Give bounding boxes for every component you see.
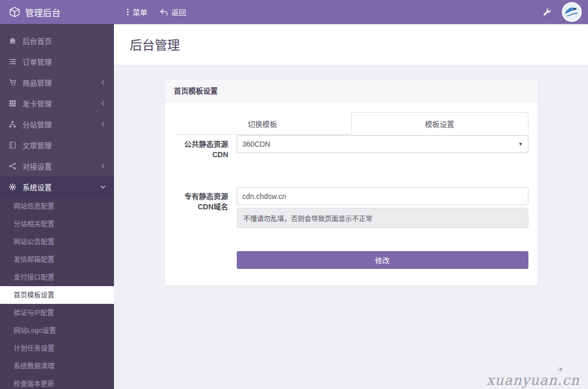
submenu-item-verify-ip[interactable]: 验证与IP配置 xyxy=(0,304,114,322)
sidebar-item-orders[interactable]: 订单管理 xyxy=(0,51,114,72)
private-cdn-controls: 不懂请勿乱填，否则会导致页面显示不正常 xyxy=(237,187,528,228)
sidebar-item-integrations[interactable]: 对接设置 xyxy=(0,156,114,176)
page-title: 后台管理 xyxy=(130,35,572,53)
topnav: 菜单 返回 xyxy=(114,0,186,24)
submenu-item-substation-config[interactable]: 分站相关配置 xyxy=(0,215,114,233)
gear-icon xyxy=(8,183,17,191)
chevron-left-icon xyxy=(100,101,106,106)
app-root: 管理后台 菜单 返回 xyxy=(0,0,588,389)
cart-icon xyxy=(8,79,17,86)
system-settings-submenu: 网站信息配置 分站相关配置 网站公告配置 发信邮箱配置 支付接口配置 首页模板设… xyxy=(0,197,114,389)
brand[interactable]: 管理后台 xyxy=(0,0,114,24)
menu-button[interactable]: 菜单 xyxy=(126,0,147,24)
avatar[interactable] xyxy=(562,2,582,22)
home-icon xyxy=(8,37,17,44)
submenu-item-mail-config[interactable]: 发信邮箱配置 xyxy=(0,251,114,268)
submenu-item-site-logo[interactable]: 网站Logo设置 xyxy=(0,322,114,339)
back-button[interactable]: 返回 xyxy=(160,0,186,24)
sidebar-item-label: 系统设置 xyxy=(22,182,52,192)
sidebar-item-label: 对接设置 xyxy=(22,161,52,171)
submenu-item-scheduled-tasks[interactable]: 计划任务设置 xyxy=(0,339,114,357)
private-cdn-label: 专有静态资源CDN域名 xyxy=(174,187,228,228)
sidebar-item-products[interactable]: 商品管理 xyxy=(0,72,114,93)
private-cdn-help-text: 不懂请勿乱填，否则会导致页面显示不正常 xyxy=(237,208,528,228)
submenu-item-payment-api[interactable]: 支付接口配置 xyxy=(0,268,114,286)
back-label: 返回 xyxy=(171,7,186,17)
sitemap-icon xyxy=(8,121,17,128)
submit-row: 修改 xyxy=(174,251,528,269)
public-cdn-select[interactable]: 360CDN xyxy=(237,135,528,153)
topbar-right xyxy=(543,2,588,22)
book-icon xyxy=(8,142,17,149)
public-cdn-row: 公共静态资源CDN 360CDN ▼ xyxy=(174,135,528,160)
chevron-left-icon xyxy=(100,80,106,85)
submenu-item-site-announcement[interactable]: 网站公告配置 xyxy=(0,233,114,251)
card-body: 切换模板 模板设置 公共静态资源CDN 360CDN ▼ xyxy=(165,102,538,286)
sidebar-item-label: 文章管理 xyxy=(22,140,52,150)
menu-dots-icon xyxy=(126,8,129,16)
submenu-item-site-info[interactable]: 网站信息配置 xyxy=(0,197,114,215)
sidebar: 后台首页 订单管理 商品管理 发卡管理 xyxy=(0,24,114,389)
watermark-text: xuanyuan.cn xyxy=(487,372,580,388)
sidebar-item-dashboard[interactable]: 后台首页 xyxy=(0,30,114,51)
template-settings-card: 首页模板设置 切换模板 模板设置 公共静态资源CDN 360CDN xyxy=(164,79,538,286)
sidebar-item-label: 订单管理 xyxy=(22,56,52,67)
submit-button[interactable]: 修改 xyxy=(237,251,528,269)
back-arrow-icon xyxy=(160,9,168,16)
submenu-item-data-cleanup[interactable]: 系统数据清理 xyxy=(0,357,114,375)
app-logo-icon xyxy=(9,7,20,17)
grid-icon xyxy=(8,100,17,107)
sidebar-item-substations[interactable]: 分站管理 xyxy=(0,114,114,135)
private-cdn-domain-input[interactable] xyxy=(237,187,528,205)
sidebar-item-label: 分站管理 xyxy=(22,119,52,129)
content-area: 首页模板设置 切换模板 模板设置 公共静态资源CDN 360CDN xyxy=(114,65,588,286)
card-header: 首页模板设置 xyxy=(165,79,538,102)
sidebar-item-label: 商品管理 xyxy=(22,77,52,88)
share-icon xyxy=(8,162,17,170)
chevron-left-icon xyxy=(100,122,106,127)
menu-label: 菜单 xyxy=(133,7,147,17)
public-cdn-label: 公共静态资源CDN xyxy=(174,135,228,160)
watermark: ✈ xuanyuan.cn xyxy=(487,372,580,388)
sidebar-item-cards[interactable]: 发卡管理 xyxy=(0,93,114,114)
submenu-item-home-template[interactable]: 首页模板设置 xyxy=(0,286,114,304)
chevron-down-icon xyxy=(100,184,106,190)
sidebar-item-articles[interactable]: 文章管理 xyxy=(0,135,114,156)
public-cdn-controls: 360CDN ▼ xyxy=(237,135,528,160)
brand-title: 管理后台 xyxy=(25,6,61,19)
private-cdn-row: 专有静态资源CDN域名 不懂请勿乱填，否则会导致页面显示不正常 xyxy=(174,187,528,228)
main-content: 后台管理 首页模板设置 切换模板 模板设置 公共静态资源CDN xyxy=(114,24,588,389)
list-icon xyxy=(8,58,17,65)
chevron-left-icon xyxy=(100,163,106,169)
tabs: 切换模板 模板设置 xyxy=(174,112,528,135)
sidebar-item-label: 发卡管理 xyxy=(22,98,52,109)
tab-switch-template[interactable]: 切换模板 xyxy=(174,112,351,135)
sidebar-item-system-settings[interactable]: 系统设置 xyxy=(0,176,114,197)
tab-template-settings[interactable]: 模板设置 xyxy=(351,112,528,135)
topbar: 管理后台 菜单 返回 xyxy=(0,0,588,24)
page-header: 后台管理 xyxy=(114,24,588,65)
wrench-icon[interactable] xyxy=(543,8,551,16)
sidebar-item-label: 后台首页 xyxy=(22,36,52,46)
submenu-item-version-check[interactable]: 检查版本更新 xyxy=(0,375,114,389)
